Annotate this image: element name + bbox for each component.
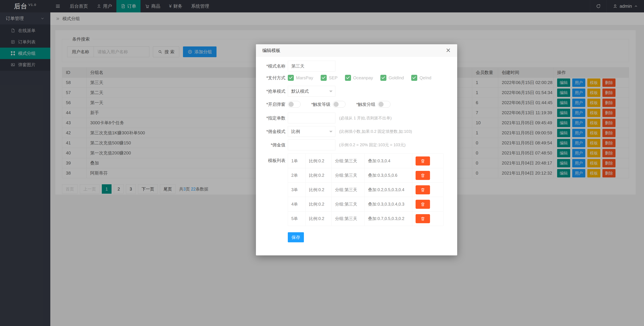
delete-template-row-button[interactable] <box>416 171 430 180</box>
pay-option-marspay[interactable]: MarsPay <box>288 75 313 81</box>
caret-down-icon <box>329 90 332 94</box>
trigger-level-label: *触发等级 <box>311 102 330 107</box>
template-row: 1单 比例:0.2 分组:第三天 叠加:0.3,0.4 <box>288 154 444 168</box>
template-row: 4单 比例:0.2 分组:第三天 叠加:0.3,0.3,0.4,0.3 <box>288 197 444 212</box>
commission-value-label: *佣金值 <box>256 142 288 148</box>
grab-mode-label: *抢单模式 <box>256 88 288 94</box>
checkbox-checked-icon <box>380 75 386 81</box>
checkbox-checked-icon <box>345 75 351 81</box>
popup-toggle[interactable] <box>288 101 300 108</box>
commission-mode-select[interactable]: 比例 <box>288 126 336 137</box>
trash-icon <box>420 158 425 164</box>
popup-toggle-label: *开启弹窗 <box>256 102 288 107</box>
modal-title: 编辑模板 <box>262 48 280 54</box>
modal-body: *模式名称 *支付方式 MarsPay SEP Oceanpay GoldInd… <box>256 57 457 242</box>
trash-icon <box>420 173 425 178</box>
modal-header: 编辑模板 ✕ <box>256 44 457 57</box>
trash-icon <box>420 187 425 192</box>
mode-name-input[interactable] <box>288 61 336 72</box>
pay-option-sep[interactable]: SEP <box>321 75 338 81</box>
template-row: 5单 比例:0.2 分组:第三天 叠加:0.7,0.5,0.3,0.2 <box>288 212 444 226</box>
trash-icon <box>420 202 425 207</box>
order-count-input[interactable] <box>288 113 336 124</box>
grab-mode-select[interactable]: 默认模式 <box>288 86 336 96</box>
caret-down-icon <box>329 131 332 134</box>
order-count-hint: (必须从 1 开始,否则派不出单) <box>339 115 392 121</box>
mode-name-label: *模式名称 <box>256 63 288 69</box>
template-row: 3单 比例:0.2 分组:第三天 叠加:0.2,0.5,0.3,0.4 <box>288 182 444 197</box>
delete-template-row-button[interactable] <box>416 200 430 209</box>
trash-icon <box>420 216 425 221</box>
pay-method-label: *支付方式 <box>256 75 288 81</box>
template-row: 2单 比例:0.2 分组:第三天 叠加:0.3,0.5,0.6 <box>288 168 444 182</box>
checkbox-checked-icon <box>321 75 327 81</box>
trigger-level-toggle[interactable] <box>333 101 346 108</box>
commission-value-hint: (示例:0.2 = 20% 固定:103元 = 103元) <box>339 142 406 148</box>
order-count-label: *指定单数 <box>256 115 288 121</box>
edit-template-modal: 编辑模板 ✕ *模式名称 *支付方式 MarsPay SEP Oceanpay … <box>256 44 457 256</box>
checkbox-checked-icon <box>411 75 417 81</box>
template-list-label: 模板列表 <box>256 154 288 164</box>
commission-mode-label: *佣金模式 <box>256 128 288 134</box>
commission-mode-hint: (比例填小数,如果:0.2 固定填整数,如:103) <box>339 129 412 134</box>
trigger-group-label: *触发分组 <box>356 102 375 107</box>
delete-template-row-button[interactable] <box>416 185 430 194</box>
save-button[interactable]: 保存 <box>288 232 304 242</box>
delete-template-row-button[interactable] <box>416 156 430 166</box>
pay-option-oceanpay[interactable]: Oceanpay <box>345 75 373 81</box>
checkbox-checked-icon <box>288 75 294 81</box>
close-icon[interactable]: ✕ <box>446 48 451 54</box>
pay-option-qeind[interactable]: QeInd <box>411 75 431 81</box>
template-list-table: 1单 比例:0.2 分组:第三天 叠加:0.3,0.4 2单 比例:0.2 分组… <box>288 154 444 226</box>
pay-option-goldind[interactable]: GoldInd <box>380 75 404 81</box>
commission-value-input[interactable] <box>288 140 336 150</box>
delete-template-row-button[interactable] <box>416 214 430 223</box>
trigger-group-toggle[interactable] <box>378 101 390 108</box>
